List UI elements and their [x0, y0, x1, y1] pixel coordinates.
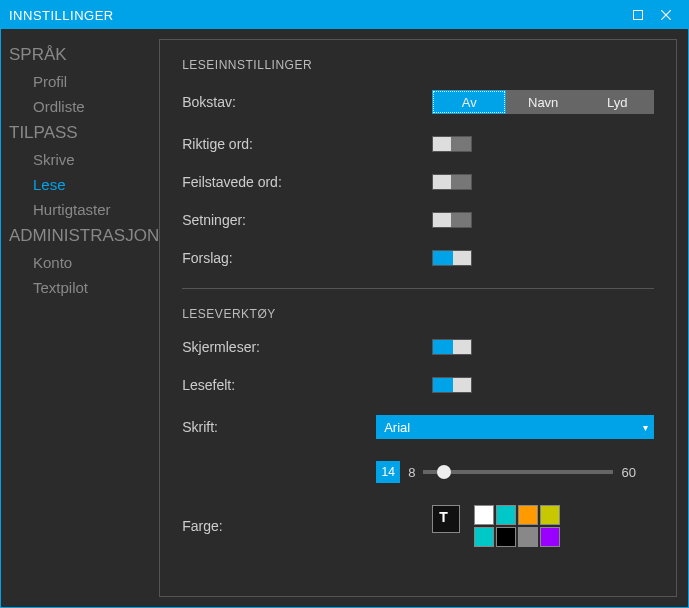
font-size-current: 14	[376, 461, 400, 483]
sidebar-item-skrive[interactable]: Skrive	[9, 147, 159, 172]
theme-preview[interactable]: T	[432, 505, 460, 533]
chevron-down-icon: ▾	[643, 422, 648, 433]
misspelled-words-toggle[interactable]	[432, 174, 472, 190]
reading-settings-heading: LESEINNSTILLINGER	[182, 58, 654, 72]
toggle-knob	[433, 213, 451, 227]
swatch-black[interactable]	[496, 527, 516, 547]
letter-option-av[interactable]: Av	[432, 90, 506, 114]
sidebar-item-profil[interactable]: Profil	[9, 69, 159, 94]
swatch-olive[interactable]	[540, 505, 560, 525]
toggle-knob	[453, 378, 471, 392]
sentences-label: Setninger:	[182, 212, 432, 228]
suggestions-toggle[interactable]	[432, 250, 472, 266]
maximize-button[interactable]	[624, 1, 652, 29]
font-select-value: Arial	[384, 420, 410, 435]
sidebar-group-tilpass: TILPASS	[9, 119, 159, 147]
correct-words-toggle[interactable]	[432, 136, 472, 152]
divider	[182, 288, 654, 289]
suggestions-label: Forslag:	[182, 250, 432, 266]
swatch-gray[interactable]	[518, 527, 538, 547]
toggle-knob	[433, 137, 451, 151]
font-size-slider[interactable]	[423, 470, 613, 474]
slider-thumb[interactable]	[437, 465, 451, 479]
sidebar: SPRÅK Profil Ordliste TILPASS Skrive Les…	[1, 29, 159, 607]
letter-option-navn[interactable]: Navn	[506, 90, 580, 114]
swatch-teal[interactable]	[474, 527, 494, 547]
readfield-toggle[interactable]	[432, 377, 472, 393]
svg-rect-0	[634, 11, 643, 20]
toggle-knob	[453, 251, 471, 265]
sidebar-group-administrasjon: ADMINISTRASJON	[9, 222, 159, 250]
color-swatches	[474, 505, 582, 547]
letter-segmented: Av Navn Lyd	[432, 90, 654, 114]
theme-glyph: T	[439, 509, 448, 525]
font-select[interactable]: Arial ▾	[376, 415, 654, 439]
swatch-white[interactable]	[474, 505, 494, 525]
settings-panel: LESEINNSTILLINGER Bokstav: Av Navn Lyd R…	[159, 39, 677, 597]
sentences-toggle[interactable]	[432, 212, 472, 228]
toggle-knob	[433, 175, 451, 189]
sidebar-item-textpilot[interactable]: Textpilot	[9, 275, 159, 300]
sidebar-item-ordliste[interactable]: Ordliste	[9, 94, 159, 119]
titlebar: INNSTILLINGER	[1, 1, 688, 29]
swatch-cyan[interactable]	[496, 505, 516, 525]
reading-tools-heading: LESEVERKTØY	[182, 307, 654, 321]
toggle-knob	[453, 340, 471, 354]
letter-label: Bokstav:	[182, 94, 432, 110]
correct-words-label: Riktige ord:	[182, 136, 432, 152]
misspelled-words-label: Feilstavede ord:	[182, 174, 432, 190]
sidebar-item-lese[interactable]: Lese	[9, 172, 159, 197]
sidebar-item-hurtigtaster[interactable]: Hurtigtaster	[9, 197, 159, 222]
sidebar-group-sprak: SPRÅK	[9, 41, 159, 69]
readfield-label: Lesefelt:	[182, 377, 432, 393]
font-size-max: 60	[621, 465, 635, 480]
swatch-orange[interactable]	[518, 505, 538, 525]
close-button[interactable]	[652, 1, 680, 29]
screenreader-toggle[interactable]	[432, 339, 472, 355]
font-size-min: 8	[408, 465, 415, 480]
sidebar-item-konto[interactable]: Konto	[9, 250, 159, 275]
screenreader-label: Skjermleser:	[182, 339, 432, 355]
color-label: Farge:	[182, 518, 432, 534]
swatch-purple[interactable]	[540, 527, 560, 547]
letter-option-lyd[interactable]: Lyd	[580, 90, 654, 114]
window-title: INNSTILLINGER	[9, 8, 624, 23]
